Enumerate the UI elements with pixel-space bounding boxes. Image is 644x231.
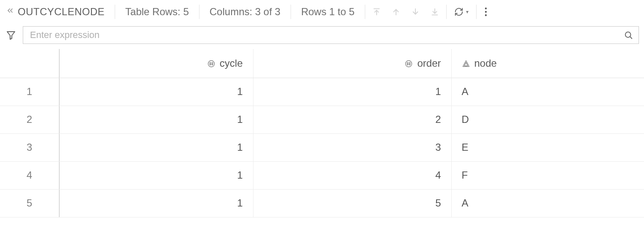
- cell-cycle: 1: [59, 161, 253, 189]
- go-last-button[interactable]: [430, 7, 439, 16]
- table-row[interactable]: 5 1 5 A: [0, 189, 644, 217]
- row-nav-group: [365, 5, 446, 19]
- cell-order: 2: [253, 106, 451, 133]
- cell-node: D: [451, 106, 644, 133]
- cell-order: 1: [253, 78, 451, 106]
- svg-point-17: [406, 61, 412, 67]
- row-number: 3: [0, 133, 59, 161]
- row-number: 1: [0, 78, 59, 106]
- cell-node: A: [451, 78, 644, 106]
- arrow-to-top-icon: [372, 7, 381, 16]
- svg-point-6: [485, 8, 486, 9]
- numeric-type-icon: [404, 57, 413, 69]
- row-number: 2: [0, 106, 59, 133]
- table-row[interactable]: 4 1 4 F: [0, 161, 644, 189]
- col-header-label: cycle: [220, 57, 243, 69]
- cell-node: A: [451, 189, 644, 217]
- col-header-order[interactable]: order: [253, 49, 451, 78]
- cell-cycle: 1: [59, 106, 253, 133]
- go-first-button[interactable]: [372, 7, 381, 16]
- more-menu-button[interactable]: [476, 5, 495, 19]
- funnel-icon: [6, 30, 16, 40]
- row-number: 5: [0, 189, 59, 217]
- rownum-header: [0, 49, 59, 78]
- back-button[interactable]: [4, 6, 18, 17]
- refresh-dropdown-caret[interactable]: ▾: [466, 9, 469, 15]
- table-title: OUTCYCLENODE: [18, 6, 115, 18]
- col-header-node[interactable]: node: [451, 49, 644, 78]
- table-rows-stat: Table Rows: 5: [115, 5, 199, 19]
- cell-node: F: [451, 161, 644, 189]
- col-header-cycle[interactable]: cycle: [59, 49, 253, 78]
- svg-point-7: [485, 11, 486, 13]
- chevron-double-left-icon: [6, 6, 14, 15]
- more-vertical-icon: [484, 7, 488, 17]
- filter-button[interactable]: [5, 29, 17, 41]
- svg-point-12: [208, 61, 214, 67]
- go-next-button[interactable]: [411, 7, 420, 16]
- cell-cycle: 1: [59, 133, 253, 161]
- table-row[interactable]: 1 1 1 A: [0, 78, 644, 106]
- table-row[interactable]: 3 1 3 E: [0, 133, 644, 161]
- cell-cycle: 1: [59, 78, 253, 106]
- row-number: 4: [0, 161, 59, 189]
- svg-marker-9: [7, 32, 15, 39]
- numeric-type-icon: [207, 57, 216, 69]
- col-header-label: node: [474, 57, 497, 69]
- col-header-label: order: [417, 57, 441, 69]
- rows-range-stat: Rows 1 to 5: [291, 5, 365, 19]
- arrow-up-icon: [391, 7, 401, 16]
- go-prev-button[interactable]: [391, 7, 401, 16]
- expression-box: [23, 26, 639, 44]
- filter-bar: [0, 24, 644, 49]
- cell-node: E: [451, 133, 644, 161]
- table-row[interactable]: 2 1 2 D: [0, 106, 644, 133]
- cell-order: 4: [253, 161, 451, 189]
- cell-order: 5: [253, 189, 451, 217]
- expression-input[interactable]: [29, 29, 622, 41]
- cell-cycle: 1: [59, 189, 253, 217]
- svg-point-8: [485, 14, 486, 16]
- toolbar: OUTCYCLENODE Table Rows: 5 Columns: 3 of…: [0, 0, 644, 24]
- refresh-button[interactable]: ▾: [446, 5, 476, 19]
- table-header-row: cycle o: [0, 49, 644, 78]
- cell-order: 3: [253, 133, 451, 161]
- character-type-icon: [462, 57, 470, 69]
- arrow-down-icon: [411, 7, 420, 16]
- columns-stat: Columns: 3 of 3: [199, 5, 291, 19]
- data-table-wrap: cycle o: [0, 49, 644, 217]
- refresh-icon: [454, 7, 463, 16]
- svg-line-11: [630, 37, 632, 39]
- arrow-to-bottom-icon: [430, 7, 439, 16]
- expression-search-button[interactable]: [622, 29, 634, 41]
- search-icon: [624, 30, 633, 40]
- data-table: cycle o: [0, 49, 644, 217]
